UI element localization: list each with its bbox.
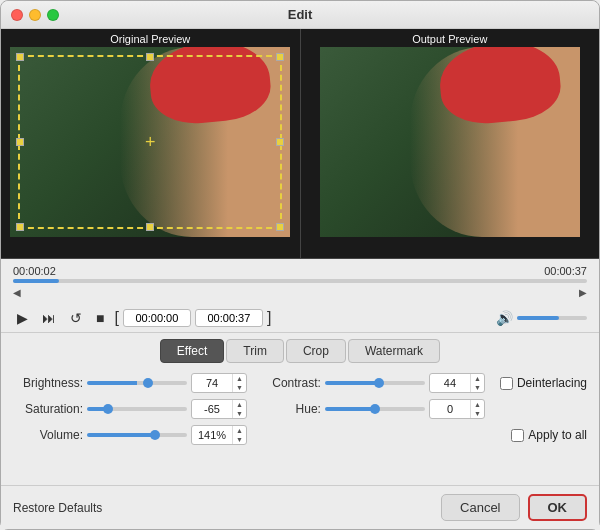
saturation-arrows: ▲ ▼ [232,400,246,418]
contrast-value: 44 [430,376,470,390]
trim-arrows: ◀ ▶ [13,287,587,298]
volume-label: Volume: [13,428,83,442]
brightness-up[interactable]: ▲ [233,374,246,383]
apply-to-all-area: Apply to all [511,428,587,442]
cancel-button[interactable]: Cancel [441,494,519,521]
tab-crop[interactable]: Crop [286,339,346,363]
original-frame: + [10,47,290,237]
bracket-close: ] [267,309,271,327]
original-video [10,47,290,237]
volume-control: 🔊 [496,310,587,326]
timeline-end-time: 00:00:37 [544,265,587,277]
saturation-slider[interactable] [87,407,187,411]
time-end-input[interactable] [195,309,263,327]
preview-area: Original Preview + Output Preview [1,29,599,259]
saturation-label: Saturation: [13,402,83,416]
stop-button[interactable]: ■ [92,308,108,328]
close-button[interactable] [11,9,23,21]
playback-controls: ▶ ⏭ ↺ ■ [ ] 🔊 [1,304,599,333]
apply-to-all-label: Apply to all [528,428,587,442]
contrast-slider[interactable] [325,381,425,385]
window-controls [11,9,59,21]
brightness-label: Brightness: [13,376,83,390]
tabs-row: Effect Trim Crop Watermark [1,333,599,367]
original-preview-panel: Original Preview + [1,29,300,258]
volume-slider[interactable] [517,316,587,320]
tab-trim[interactable]: Trim [226,339,284,363]
ok-button[interactable]: OK [528,494,588,521]
timeline-progress [13,279,59,283]
deinterlacing-area: Deinterlacing [500,376,587,390]
output-video [320,47,580,237]
play-button[interactable]: ▶ [13,308,32,328]
restore-defaults-button[interactable]: Restore Defaults [13,501,102,515]
tab-effect[interactable]: Effect [160,339,224,363]
tab-watermark[interactable]: Watermark [348,339,440,363]
contrast-arrows: ▲ ▼ [470,374,484,392]
deinterlacing-checkbox-area: Deinterlacing [500,376,587,390]
hue-arrows: ▲ ▼ [470,400,484,418]
trim-arrow-left[interactable]: ◀ [13,287,21,298]
window-title: Edit [288,7,313,22]
original-preview-label: Original Preview [1,29,300,47]
trim-arrow-right[interactable]: ▶ [579,287,587,298]
time-labels: 00:00:02 00:00:37 [13,265,587,277]
brightness-arrows: ▲ ▼ [232,374,246,392]
minimize-button[interactable] [29,9,41,21]
hue-value: 0 [430,402,470,416]
step-forward-button[interactable]: ⏭ [38,308,60,328]
hue-slider[interactable] [325,407,425,411]
bracket-open: [ [114,309,118,327]
apply-to-all-checkbox[interactable] [511,429,524,442]
timeline-area: 00:00:02 00:00:37 ◀ ▶ [1,259,599,304]
output-preview-label: Output Preview [301,29,600,47]
saturation-up[interactable]: ▲ [233,400,246,409]
volume-row-slider[interactable] [87,433,187,437]
time-range-input: [ ] [114,309,271,327]
volume-stepper[interactable]: 141% ▲ ▼ [191,425,247,445]
volume-up[interactable]: ▲ [233,426,246,435]
hue-up[interactable]: ▲ [471,400,484,409]
maximize-button[interactable] [47,9,59,21]
title-bar: Edit [1,1,599,29]
hue-label: Hue: [261,402,321,416]
brightness-slider[interactable] [87,381,187,385]
contrast-label: Contrast: [261,376,321,390]
time-start-input[interactable] [123,309,191,327]
volume-down[interactable]: ▼ [233,435,246,444]
volume-fill [517,316,559,320]
saturation-stepper[interactable]: -65 ▲ ▼ [191,399,247,419]
contrast-stepper[interactable]: 44 ▲ ▼ [429,373,485,393]
deinterlacing-checkbox[interactable] [500,377,513,390]
saturation-down[interactable]: ▼ [233,409,246,418]
saturation-value: -65 [192,402,232,416]
bottom-bar: Restore Defaults Cancel OK [1,485,599,529]
brightness-stepper[interactable]: 74 ▲ ▼ [191,373,247,393]
volume-row: Volume: 141% ▲ ▼ Apply to all [13,425,587,445]
volume-value: 141% [192,428,232,442]
volume-arrows: ▲ ▼ [232,426,246,444]
bottom-right-buttons: Cancel OK [441,494,587,521]
volume-icon: 🔊 [496,310,513,326]
edit-window: Edit Original Preview + [0,0,600,530]
contrast-up[interactable]: ▲ [471,374,484,383]
saturation-row: Saturation: -65 ▲ ▼ Hue: 0 ▲ ▼ [13,399,587,419]
brightness-down[interactable]: ▼ [233,383,246,392]
deinterlacing-label: Deinterlacing [517,376,587,390]
brightness-value: 74 [192,376,232,390]
timeline-start-time: 00:00:02 [13,265,56,277]
output-preview-panel: Output Preview [301,29,600,258]
hue-down[interactable]: ▼ [471,409,484,418]
loop-button[interactable]: ↺ [66,308,86,328]
timeline-bar[interactable] [13,279,587,283]
brightness-row: Brightness: 74 ▲ ▼ Contrast: 44 ▲ ▼ [13,373,587,393]
hue-stepper[interactable]: 0 ▲ ▼ [429,399,485,419]
sliders-panel: Brightness: 74 ▲ ▼ Contrast: 44 ▲ ▼ [1,367,599,457]
contrast-down[interactable]: ▼ [471,383,484,392]
output-frame [320,47,580,237]
